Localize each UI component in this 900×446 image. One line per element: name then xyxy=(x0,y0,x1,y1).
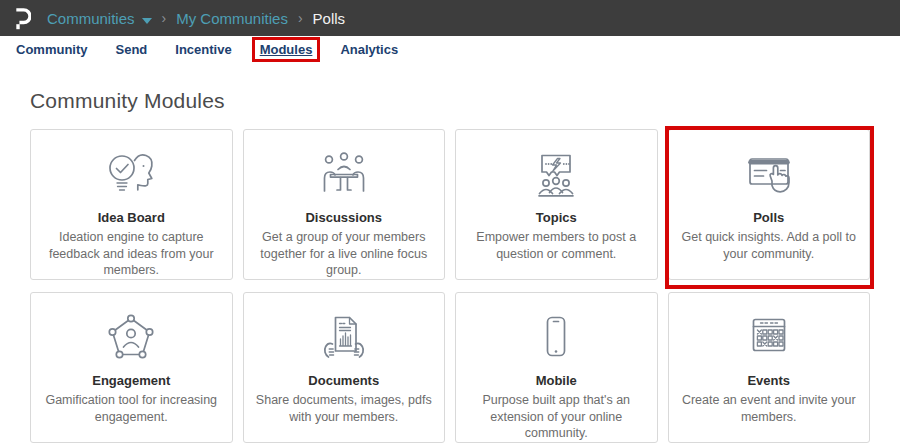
module-description: Get quick insights. Add a poll to your c… xyxy=(680,229,859,262)
tab-incentive[interactable]: Incentive xyxy=(175,42,231,57)
breadcrumb-separator: › xyxy=(162,10,167,26)
section-tabbar: Community Send Incentive Modules Analyti… xyxy=(0,36,900,62)
module-card-topics[interactable]: Topics Empower members to post a questio… xyxy=(455,129,658,280)
chevron-down-icon xyxy=(142,18,152,24)
events-icon xyxy=(680,307,859,371)
module-description: Ideation engine to capture feedback and … xyxy=(42,229,221,279)
module-card-mobile[interactable]: Mobile Purpose built app that's an exten… xyxy=(455,292,658,443)
module-card-documents[interactable]: Documents Share documents, images, pdfs … xyxy=(243,292,446,443)
breadcrumb-polls-current: Polls xyxy=(313,10,346,27)
engagement-icon xyxy=(42,307,221,371)
module-title: Idea Board xyxy=(42,210,221,225)
personify-logo-icon[interactable] xyxy=(14,6,31,30)
module-title: Discussions xyxy=(255,210,434,225)
module-description: Get a group of your members together for… xyxy=(255,229,434,279)
module-description: Empower members to post a question or co… xyxy=(467,229,646,262)
module-title: Polls xyxy=(680,210,859,225)
module-card-engagement[interactable]: Engagement Gamification tool for increas… xyxy=(30,292,233,443)
module-grid: Idea Board Ideation engine to capture fe… xyxy=(30,129,870,443)
module-card-polls[interactable]: Polls Get quick insights. Add a poll to … xyxy=(668,129,871,280)
breadcrumb-communities[interactable]: Communities xyxy=(47,10,152,27)
module-title: Engagement xyxy=(42,373,221,388)
page-title: Community Modules xyxy=(30,89,870,113)
module-title: Documents xyxy=(255,373,434,388)
module-description: Gamification tool for increasing engagem… xyxy=(42,392,221,425)
app-header: Communities › My Communities › Polls xyxy=(0,0,900,36)
module-card-idea-board[interactable]: Idea Board Ideation engine to capture fe… xyxy=(30,129,233,280)
module-title: Events xyxy=(680,373,859,388)
tab-send[interactable]: Send xyxy=(116,42,148,57)
module-title: Mobile xyxy=(467,373,646,388)
breadcrumb: Communities › My Communities › Polls xyxy=(47,10,345,27)
mobile-icon xyxy=(467,307,646,371)
discussions-icon xyxy=(255,144,434,208)
module-card-events[interactable]: Events Create an event and invite your m… xyxy=(668,292,871,443)
tab-modules[interactable]: Modules xyxy=(260,42,313,57)
topics-icon xyxy=(467,144,646,208)
idea-board-icon xyxy=(42,144,221,208)
module-card-discussions[interactable]: Discussions Get a group of your members … xyxy=(243,129,446,280)
breadcrumb-separator: › xyxy=(298,10,303,26)
documents-icon xyxy=(255,307,434,371)
tab-analytics[interactable]: Analytics xyxy=(340,42,398,57)
module-description: Create an event and invite your members. xyxy=(680,392,859,425)
module-description: Purpose built app that's an extension of… xyxy=(467,392,646,442)
module-title: Topics xyxy=(467,210,646,225)
module-description: Share documents, images, pdfs with your … xyxy=(255,392,434,425)
breadcrumb-my-communities[interactable]: My Communities xyxy=(176,10,288,27)
main-content: Community Modules Idea Board Ideation en… xyxy=(0,89,900,443)
polls-icon xyxy=(680,144,859,208)
tab-community[interactable]: Community xyxy=(16,42,88,57)
